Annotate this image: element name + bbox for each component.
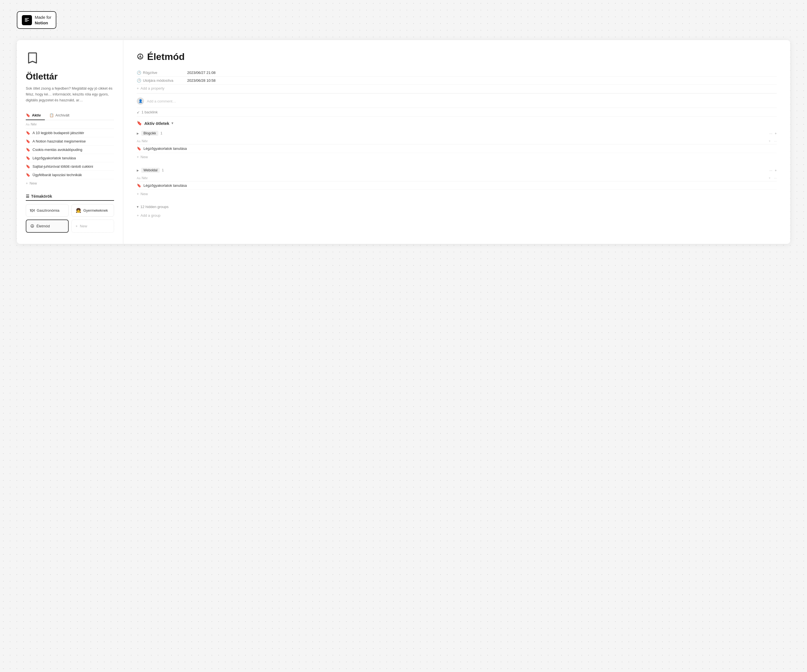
property-value-rogzitve: 2023/06/27 21:08	[187, 71, 216, 75]
name-column-header: Aa Név	[26, 122, 37, 126]
plus-icon: +	[137, 214, 139, 218]
add-property-button[interactable]: + Add a property	[137, 84, 777, 92]
page-title-row: ☮ Életmód	[137, 51, 777, 62]
notion-logo-icon	[22, 15, 32, 25]
notion-badge: Made for Notion	[17, 11, 56, 29]
add-group-button[interactable]: + Add a group	[137, 211, 777, 220]
row-bookmark-icon: 🔖	[26, 147, 30, 152]
bookmark-section-icon: 🔖	[137, 121, 142, 126]
ellipsis-column-icon[interactable]: ···	[774, 139, 777, 143]
themes-section-header: ☰ Témakörök	[26, 194, 114, 201]
left-panel: Ötlettár Sok ötlet zsong a fejedben? Meg…	[17, 40, 123, 244]
group-name-header: Aa Név	[137, 176, 769, 180]
badge-text: Made for Notion	[35, 15, 51, 25]
tab-archivalt[interactable]: 📋 Archivált	[49, 111, 73, 120]
separator	[137, 93, 777, 94]
tab-aktiv[interactable]: 🔖 Aktív	[26, 111, 45, 120]
group-weboldal: ▶ Weboldal 1 ··· + Aa Név + ···	[137, 166, 777, 198]
plus-column-icon[interactable]: +	[769, 176, 770, 180]
property-value-utoljara: 2023/06/28 10:58	[187, 78, 216, 83]
ellipsis-icon[interactable]: ···	[769, 131, 772, 136]
backlink-row[interactable]: ↙ 1 backlink	[137, 108, 777, 117]
child-icon: 👧	[76, 208, 81, 213]
triangle-icon: ▶	[137, 169, 139, 172]
group-tag-blogcikk: Blogcikk	[141, 131, 158, 136]
fork-icon: 🍽	[30, 208, 35, 213]
plus-icon: +	[137, 192, 139, 196]
tab-bar: 🔖 Aktív 📋 Archivált	[26, 111, 114, 120]
group-blogcikk-header: ▶ Blogcikk 1 ··· +	[137, 129, 777, 138]
row-bookmark-icon: 🔖	[26, 164, 30, 169]
comment-placeholder: Add a comment…	[147, 99, 176, 103]
plus-icon: +	[137, 86, 139, 91]
table-row[interactable]: 🔖 Légzőgyakorlatok tanulása	[26, 154, 114, 162]
group-add-new-button[interactable]: + New	[137, 153, 777, 161]
plus-icon[interactable]: +	[774, 168, 777, 172]
aktiv-otletek-header[interactable]: 🔖 Aktív ötletek ▾	[137, 117, 777, 129]
ellipsis-icon[interactable]: ···	[769, 168, 772, 172]
properties-section: 🕐 Rögzítve 2023/06/27 21:08 🕐 Utoljára m…	[137, 69, 777, 84]
plus-icon: +	[26, 181, 28, 185]
clock-icon: 🕐	[137, 71, 141, 75]
row-bookmark-icon: 🔖	[137, 184, 141, 188]
chevron-down-icon: ▾	[171, 121, 173, 125]
table-row[interactable]: 🔖 Csokis-mentás avokádópuding	[26, 146, 114, 154]
plus-icon[interactable]: +	[774, 131, 777, 136]
table-header: Aa Név	[26, 120, 114, 129]
right-panel: ☮ Életmód 🕐 Rögzítve 2023/06/27 21:08 🕐 …	[123, 40, 790, 244]
plus-icon: +	[76, 224, 78, 228]
clock-icon: 🕐	[137, 78, 141, 83]
topic-card-gasztronómia[interactable]: 🍽 Gasztronómia	[26, 204, 69, 217]
group-actions: ··· +	[769, 131, 777, 136]
add-new-item-button[interactable]: + New	[26, 179, 114, 187]
group-table-actions: + ···	[769, 176, 777, 180]
chevron-down-icon: ▾	[137, 205, 139, 209]
items-list: 🔖 A 10 legjobb budapesti játszótér 🔖 A N…	[26, 129, 114, 179]
row-bookmark-icon: 🔖	[26, 156, 30, 160]
group-weboldal-header: ▶ Weboldal 1 ··· +	[137, 166, 777, 175]
list-icon: ☰	[26, 194, 30, 199]
page-emoji-icon: ☮	[137, 52, 144, 61]
bookmark-icon	[26, 51, 114, 66]
user-icon: 👤	[138, 99, 143, 103]
bookmark-tab-icon: 🔖	[26, 113, 30, 118]
group-name-header: Aa Név	[137, 139, 769, 143]
avatar: 👤	[137, 98, 144, 105]
group-item-row[interactable]: 🔖 Légzőgyakorlatok tanulása	[137, 181, 777, 190]
comment-input-row[interactable]: 👤 Add a comment…	[137, 94, 777, 108]
table-row[interactable]: 🔖 Sajttal-juhtúróval töltött rántott cuk…	[26, 162, 114, 171]
row-bookmark-icon: 🔖	[26, 131, 30, 135]
property-utoljara: 🕐 Utoljára módosítva 2023/06/28 10:58	[137, 77, 777, 84]
group-actions: ··· +	[769, 168, 777, 172]
topic-card-gyermekeknek[interactable]: 👧 Gyermekeknek	[71, 204, 115, 217]
backlink-icon: ↙	[137, 110, 140, 114]
plus-icon: +	[137, 155, 139, 159]
table-row[interactable]: 🔖 Ügyfélbarát lapozási technikák	[26, 171, 114, 179]
plus-column-icon[interactable]: +	[769, 139, 770, 143]
row-bookmark-icon: 🔖	[137, 146, 141, 151]
main-content: Ötlettár Sok ötlet zsong a fejedben? Meg…	[17, 40, 790, 244]
hidden-groups-toggle[interactable]: ▾ 12 hidden groups	[137, 202, 777, 211]
group-add-new-button[interactable]: + New	[137, 190, 777, 198]
group-tag-weboldal: Weboldal	[141, 168, 160, 173]
panel-title: Ötlettár	[26, 71, 114, 82]
group-blogcikk: ▶ Blogcikk 1 ··· + Aa Név + ···	[137, 129, 777, 161]
table-row[interactable]: 🔖 A Notion használat megismerése	[26, 137, 114, 146]
property-rogzitve: 🕐 Rögzítve 2023/06/27 21:08	[137, 69, 777, 77]
property-label-rogzitve: 🕐 Rögzítve	[137, 71, 187, 75]
row-bookmark-icon: 🔖	[26, 173, 30, 177]
group-count-blogcikk: 1	[161, 131, 163, 135]
add-new-topic-button[interactable]: + New	[71, 220, 115, 233]
page-title: Életmód	[147, 51, 185, 62]
ellipsis-column-icon[interactable]: ···	[774, 176, 777, 180]
archive-tab-icon: 📋	[49, 113, 54, 118]
triangle-icon: ▶	[137, 132, 139, 135]
group-table-header: Aa Név + ···	[137, 138, 777, 144]
table-row[interactable]: 🔖 A 10 legjobb budapesti játszótér	[26, 129, 114, 137]
row-bookmark-icon: 🔖	[26, 139, 30, 143]
property-label-utoljara: 🕐 Utoljára módosítva	[137, 78, 187, 83]
peace-icon: ☮	[30, 223, 34, 229]
topic-card-eletmod[interactable]: ☮ Életmód	[26, 220, 69, 233]
topic-cards-grid: 🍽 Gasztronómia 👧 Gyermekeknek ☮ Életmód …	[26, 204, 114, 233]
group-item-row[interactable]: 🔖 Légzőgyakorlatok tanulása	[137, 144, 777, 153]
